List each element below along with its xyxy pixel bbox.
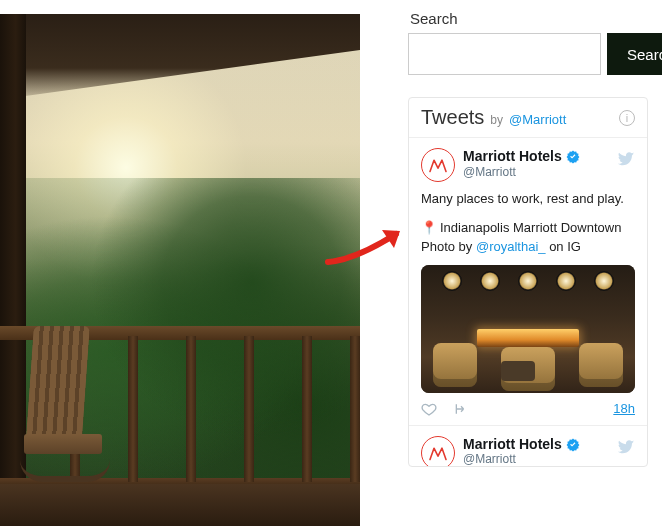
- avatar[interactable]: [421, 148, 455, 182]
- tweet-text-line: Many places to work, rest and play.: [421, 190, 635, 209]
- tweet-item: Marriott Hotels @Marriott Many places to…: [409, 138, 647, 426]
- tweets-by-label: by: [490, 113, 503, 127]
- tweet-item: Marriott Hotels @Marriott: [409, 426, 647, 466]
- tweets-title: Tweets: [421, 106, 484, 129]
- photo-credit-link[interactable]: @royalthai_: [476, 239, 546, 254]
- like-icon[interactable]: [421, 401, 437, 417]
- share-icon[interactable]: [453, 401, 469, 417]
- tweet-display-name[interactable]: Marriott Hotels: [463, 436, 562, 453]
- avatar[interactable]: [421, 436, 455, 466]
- hero-scenic-image: [0, 14, 360, 526]
- tweet-media-image[interactable]: [421, 265, 635, 393]
- tweet-body: Many places to work, rest and play. 📍Ind…: [421, 182, 635, 257]
- twitter-bird-icon: [617, 438, 635, 456]
- tweet-credit-line: Photo by @royalthai_ on IG: [421, 238, 635, 257]
- pin-icon: 📍: [421, 220, 437, 235]
- twitter-bird-icon: [617, 150, 635, 168]
- tweet-display-name[interactable]: Marriott Hotels: [463, 148, 562, 165]
- tweets-handle-link[interactable]: @Marriott: [509, 112, 566, 127]
- search-label: Search: [410, 10, 648, 27]
- tweet-location-line: 📍Indianapolis Marriott Downtown: [421, 219, 635, 238]
- tweet-timestamp[interactable]: 18h: [613, 401, 635, 416]
- tweet-handle[interactable]: @Marriott: [463, 452, 580, 465]
- search-input[interactable]: [408, 33, 601, 75]
- tweets-widget: Tweets by @Marriott i Marriott: [408, 97, 648, 467]
- verified-badge-icon: [566, 149, 580, 163]
- tweet-handle[interactable]: @Marriott: [463, 165, 580, 179]
- info-icon[interactable]: i: [619, 110, 635, 126]
- search-button[interactable]: Search: [607, 33, 662, 75]
- verified-badge-icon: [566, 437, 580, 451]
